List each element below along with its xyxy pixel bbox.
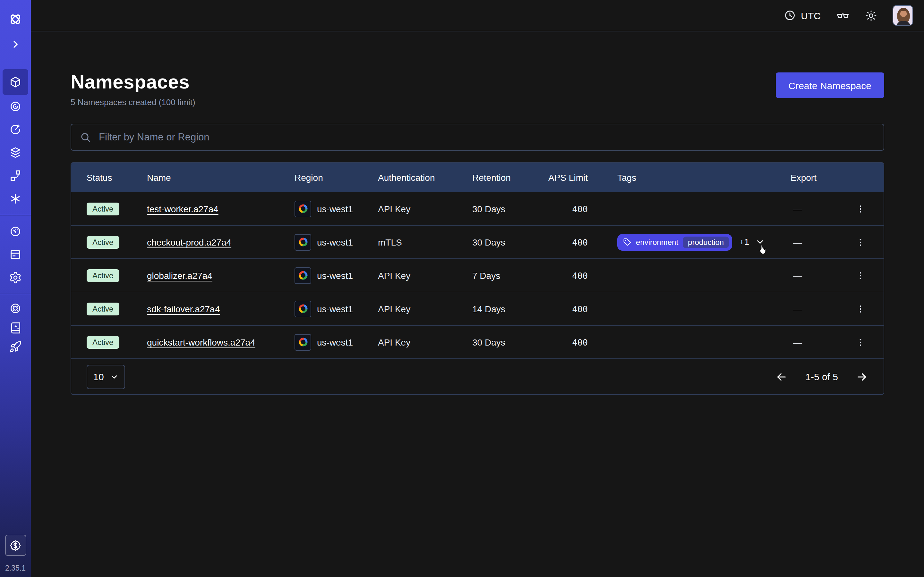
topbar: UTC (31, 0, 924, 31)
name-cell: sdk-failover.a27a4 (147, 303, 294, 314)
table-body: Activetest-worker.a27a4us-west1API Key30… (71, 192, 884, 358)
main-content: Namespaces 5 Namespaces created (100 lim… (31, 31, 924, 577)
sidebar-item-workflows[interactable] (4, 95, 27, 118)
gcp-icon (294, 267, 311, 284)
app-window: 2.35.1 UTC (0, 0, 924, 577)
namespace-link[interactable]: globalizer.a27a4 (147, 270, 212, 280)
sidebar-item-namespaces[interactable] (3, 69, 28, 95)
table-row: Activequickstart-workflows.a27a4us-west1… (71, 325, 884, 358)
auth-cell: API Key (378, 203, 472, 214)
sidebar-item-getting-started[interactable] (4, 337, 27, 356)
name-cell: test-worker.a27a4 (147, 203, 294, 214)
name-cell: quickstart-workflows.a27a4 (147, 337, 294, 347)
theme-toggle-icon[interactable] (865, 9, 877, 21)
export-cell: — (790, 237, 855, 247)
expand-sidebar-button[interactable] (4, 35, 27, 54)
tag-chip[interactable]: environmentproduction (617, 234, 732, 250)
tag-key: environment (636, 237, 678, 247)
sidebar-item-docs[interactable] (4, 318, 27, 337)
row-menu-button[interactable] (855, 303, 866, 314)
timezone-label: UTC (801, 10, 821, 21)
row-menu-button[interactable] (855, 236, 866, 248)
page-size-select[interactable]: 10 (87, 364, 125, 389)
sidebar-item-billing[interactable] (4, 243, 27, 266)
page-subtitle: 5 Namespaces created (100 limit) (71, 97, 195, 107)
chevron-down-icon[interactable] (755, 237, 764, 247)
col-header-auth: Authentication (378, 172, 472, 182)
row-menu-button[interactable] (855, 336, 866, 348)
col-header-retention: Retention (472, 172, 543, 182)
sidebar-item-schedules[interactable] (4, 118, 27, 141)
tag-icon (623, 238, 632, 246)
col-header-tags: Tags (588, 172, 790, 182)
tag-overflow-count: +1 (739, 237, 749, 247)
namespace-link[interactable]: sdk-failover.a27a4 (147, 303, 220, 314)
create-namespace-button[interactable]: Create Namespace (776, 73, 884, 98)
table-row: Activeglobalizer.a27a4us-west1API Key7 D… (71, 258, 884, 292)
gcp-icon (294, 234, 311, 250)
labs-glasses-icon[interactable] (836, 9, 850, 22)
col-header-aps-limit: APS Limit (543, 172, 588, 182)
auth-cell: API Key (378, 270, 472, 280)
status-badge: Active (87, 335, 119, 348)
export-cell: — (790, 337, 855, 347)
region-label: us-west1 (317, 237, 353, 247)
aps-limit-cell: 400 (543, 337, 588, 347)
aps-limit-cell: 400 (543, 237, 588, 247)
filter-input[interactable] (97, 131, 875, 143)
name-cell: globalizer.a27a4 (147, 270, 294, 280)
namespaces-table: Status Name Region Authentication Retent… (71, 162, 884, 395)
sidebar-item-deployments[interactable] (4, 141, 27, 164)
temporal-logo-icon (4, 8, 27, 31)
sidebar-item-support[interactable] (4, 299, 27, 318)
retention-cell: 14 Days (472, 303, 543, 314)
namespace-link[interactable]: checkout-prod.a27a4 (147, 237, 231, 247)
gcp-logo (297, 237, 309, 247)
search-icon (79, 131, 91, 143)
region-cell: us-west1 (294, 267, 378, 284)
aps-limit-cell: 400 (543, 270, 588, 280)
namespace-link[interactable]: test-worker.a27a4 (147, 203, 218, 214)
retention-cell: 30 Days (472, 203, 543, 214)
sidebar-item-usage[interactable] (4, 220, 27, 243)
auth-cell: mTLS (378, 237, 472, 247)
region-cell: us-west1 (294, 334, 378, 350)
status-badge: Active (87, 235, 119, 248)
gcp-logo (297, 337, 309, 348)
gcp-icon (294, 300, 311, 317)
user-avatar[interactable] (893, 5, 913, 26)
row-menu-button[interactable] (855, 269, 866, 281)
region-label: us-west1 (317, 270, 353, 280)
name-cell: checkout-prod.a27a4 (147, 237, 294, 247)
region-label: us-west1 (317, 303, 353, 314)
row-menu-button[interactable] (855, 203, 866, 214)
sidebar-item-batch-operations[interactable] (4, 164, 27, 187)
status-cell: Active (87, 202, 147, 215)
table-row: Activesdk-failover.a27a4us-west1API Key1… (71, 292, 884, 325)
sidebar-item-nexus[interactable] (4, 187, 27, 210)
next-page-button[interactable] (855, 370, 868, 383)
gcp-icon (294, 334, 311, 350)
timezone-selector[interactable]: UTC (784, 10, 821, 21)
table-footer: 10 1-5 of 5 (71, 358, 884, 394)
table-header: Status Name Region Authentication Retent… (71, 163, 884, 192)
table-row: Activecheckout-prod.a27a4us-west1mTLS30 … (71, 225, 884, 258)
status-badge: Active (87, 302, 119, 315)
page-range-label: 1-5 of 5 (805, 371, 838, 382)
retention-cell: 30 Days (472, 337, 543, 347)
aps-limit-cell: 400 (543, 303, 588, 314)
pricing-badge-button[interactable] (5, 535, 26, 556)
aps-limit-cell: 400 (543, 203, 588, 214)
app-version: 2.35.1 (5, 564, 26, 572)
gcp-icon (294, 200, 311, 217)
region-label: us-west1 (317, 337, 353, 347)
sidebar-item-settings[interactable] (4, 266, 27, 289)
namespace-link[interactable]: quickstart-workflows.a27a4 (147, 337, 255, 347)
tag-value: production (683, 236, 729, 248)
status-cell: Active (87, 302, 147, 315)
prev-page-button[interactable] (775, 370, 788, 383)
col-header-region: Region (294, 172, 378, 182)
tags-cell: environmentproduction+1 (588, 234, 790, 250)
region-cell: us-west1 (294, 200, 378, 217)
gcp-logo (297, 203, 309, 214)
